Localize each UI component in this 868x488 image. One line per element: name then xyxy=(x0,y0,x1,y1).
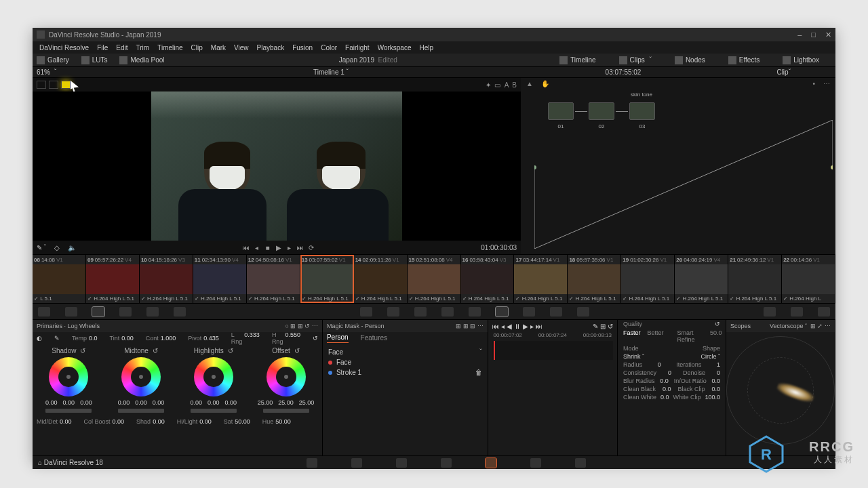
color-wheel[interactable] xyxy=(121,357,161,396)
clip-thumbnail[interactable]: 09 05:57:26:22 V4✓ H.264 High L 5.1 xyxy=(86,255,140,303)
viewer-opt-icon[interactable]: ✦ xyxy=(486,81,491,89)
keyframe-track[interactable] xyxy=(492,341,613,360)
mask-section[interactable]: Faceˇ xyxy=(328,347,482,357)
quality-faster[interactable]: Faster xyxy=(623,329,641,343)
nodes-toggle[interactable]: Nodes xyxy=(675,56,705,64)
kf-tool-icon[interactable]: ⊞ xyxy=(600,323,606,330)
reset-icon[interactable]: ↺ xyxy=(153,347,158,354)
mask-item[interactable]: Stroke 1🗑 xyxy=(328,367,482,378)
clip-thumbnail[interactable]: 15 02:51:08:08 V4✓ H.264 High L 5.1 xyxy=(408,255,461,303)
clip-thumbnail[interactable]: 08 14:08 V1✓ L 5.1 xyxy=(33,255,86,303)
fusion-page-icon[interactable] xyxy=(441,458,452,468)
clip-thumbnail[interactable]: 22 00:14:36 V1✓ H.264 High L xyxy=(782,255,835,303)
last-frame-button[interactable]: ⏭ xyxy=(296,243,305,252)
clip-thumbnail[interactable]: 14 02:09:11:26 V1✓ H.264 High L 5.1 xyxy=(354,255,408,303)
edit-page-icon[interactable] xyxy=(396,458,407,468)
clip-thumbnail[interactable]: 12 04:50:08:16 V1✓ H.264 High L 5.1 xyxy=(247,255,300,303)
menu-item[interactable]: Trim xyxy=(132,44,154,52)
menu-item[interactable]: File xyxy=(93,44,112,52)
close-icon[interactable]: ✕ xyxy=(825,30,831,39)
clip-thumbnail[interactable]: 17 03:44:17:14 V1✓ H.264 High L 5.1 xyxy=(514,255,568,303)
menu-item[interactable]: Playback xyxy=(253,44,289,52)
video-canvas[interactable] xyxy=(33,92,521,241)
last-button[interactable]: ⏭ xyxy=(536,323,542,330)
play-button[interactable]: ▶ xyxy=(274,243,283,252)
menu-item[interactable]: Fairlight xyxy=(341,44,374,52)
minimize-icon[interactable]: – xyxy=(797,30,802,39)
luts-toggle[interactable]: LUTs xyxy=(81,56,108,64)
camera-raw-icon[interactable] xyxy=(38,307,50,317)
clip-thumbnail[interactable]: 19 01:02:30:26 V1✓ H.264 High L 5.1 xyxy=(621,255,675,303)
menu-item[interactable]: View xyxy=(230,44,253,52)
first-button[interactable]: ⏮ xyxy=(492,323,499,330)
sizing-icon[interactable] xyxy=(577,307,589,317)
panel-opts-icon[interactable]: ○ ⊞ ⊞ ↺ ⋯ xyxy=(285,323,317,329)
ym-slider[interactable] xyxy=(191,409,237,413)
ym-slider[interactable] xyxy=(263,409,309,413)
color-page-icon[interactable] xyxy=(486,458,496,468)
hand-icon[interactable]: ✋ xyxy=(541,80,549,87)
clip-thumbnail[interactable]: 10 04:15:18:26 V3✓ H.264 High L 5.1 xyxy=(140,255,193,303)
fairlight-page-icon[interactable] xyxy=(530,458,541,468)
keyframe-icon[interactable] xyxy=(764,307,776,317)
menu-item[interactable]: Edit xyxy=(112,44,132,52)
rgb-mixer-icon[interactable] xyxy=(146,307,159,317)
color-wheel[interactable] xyxy=(194,357,233,396)
playhead-icon[interactable] xyxy=(494,341,495,360)
timeline-name[interactable]: Timeline 1 xyxy=(313,68,344,76)
clip-thumbnail[interactable]: 21 02:49:36:12 V1✓ H.264 High L 5.1 xyxy=(728,255,782,303)
viewer-highlight-toggle[interactable] xyxy=(61,81,71,89)
tab-person[interactable]: Person xyxy=(327,333,349,343)
lightbox-toggle[interactable]: Lightbox xyxy=(783,56,819,64)
warper-icon[interactable] xyxy=(387,307,399,317)
menu-item[interactable]: Fusion xyxy=(288,44,317,52)
viewer-tool-2[interactable] xyxy=(49,81,58,89)
unmix-icon[interactable]: ◇ xyxy=(54,244,60,251)
ym-slider[interactable] xyxy=(45,409,92,413)
corrector-node-2[interactable]: 02 xyxy=(589,102,614,120)
mediapool-toggle[interactable]: Media Pool xyxy=(119,56,164,64)
viewer-tool-1[interactable] xyxy=(37,81,46,89)
reset-icon[interactable]: ↺ xyxy=(294,347,300,354)
color-wheel[interactable] xyxy=(267,357,306,396)
maximize-icon[interactable]: □ xyxy=(811,30,816,39)
clip-strip[interactable]: 08 14:08 V1✓ L 5.109 05:57:26:22 V4✓ H.2… xyxy=(33,255,835,304)
mute-icon[interactable]: 🔈 xyxy=(68,244,76,251)
curves-icon[interactable] xyxy=(360,307,372,317)
reset-icon[interactable]: ↺ xyxy=(715,321,720,327)
curve-graph[interactable] xyxy=(534,120,833,249)
adjust-icon[interactable]: ◐ xyxy=(37,335,42,342)
panel-opts-icon[interactable]: ⊞ ⊞ ⊟ ⋯ xyxy=(456,323,484,329)
blur-icon[interactable] xyxy=(523,307,535,317)
node-editor[interactable]: ▲ ✋ • ⋯ skin tone 01 02 03 xyxy=(521,78,835,254)
qualifier-icon[interactable]: ✎ ˇ xyxy=(37,244,46,251)
rev-button[interactable]: ◀ xyxy=(507,323,512,330)
picker-icon[interactable]: ✎ xyxy=(54,335,60,342)
gallery-toggle[interactable]: Gallery xyxy=(37,56,69,64)
quality-better[interactable]: Better xyxy=(648,329,664,343)
cut-page-icon[interactable] xyxy=(351,458,362,468)
reset-icon[interactable]: ↺ xyxy=(80,347,85,354)
primaries-wheels-icon[interactable] xyxy=(92,307,104,317)
window-icon[interactable] xyxy=(441,307,454,317)
info-icon[interactable] xyxy=(818,307,830,317)
media-page-icon[interactable] xyxy=(307,458,317,468)
kf-tool-icon[interactable]: ↺ xyxy=(608,323,613,330)
clip-thumbnail[interactable]: 13 03:07:55:02 V1✓ H.264 High L 5.1 xyxy=(300,255,354,303)
next-frame-button[interactable]: ▸ xyxy=(285,243,294,252)
menu-item[interactable]: Help xyxy=(415,44,437,52)
reset-icon[interactable]: ↺ xyxy=(313,335,318,342)
first-frame-button[interactable]: ⏮ xyxy=(241,243,251,252)
color-wheel[interactable] xyxy=(49,357,88,396)
color-checker-icon[interactable] xyxy=(65,307,77,317)
effects-toggle[interactable]: Effects xyxy=(728,56,760,64)
timeline-toggle[interactable]: Timeline xyxy=(559,56,595,64)
mode-select[interactable]: Shrink ˇ xyxy=(623,353,644,360)
magic-mask-icon[interactable] xyxy=(496,307,508,317)
motion-effects-icon[interactable] xyxy=(174,307,186,317)
deliver-page-icon[interactable] xyxy=(575,458,586,468)
stop-button[interactable]: ■ xyxy=(263,243,273,252)
play-button[interactable]: ▶ xyxy=(523,323,528,330)
pointer-icon[interactable]: ▲ xyxy=(526,80,533,87)
clip-thumbnail[interactable]: 16 03:58:43:04 V3✓ H.264 High L 5.1 xyxy=(461,255,515,303)
